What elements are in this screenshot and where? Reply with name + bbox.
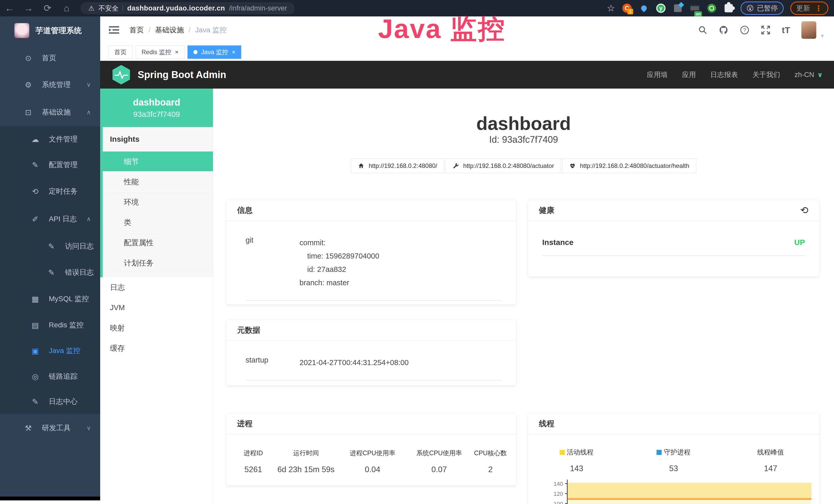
help-icon[interactable]: ? — [740, 25, 749, 35]
tab-home[interactable]: 首页 — [108, 45, 133, 59]
search-icon[interactable] — [698, 25, 707, 35]
health-url-link[interactable]: http://192.168.0.2:48080/actuator/health — [562, 158, 696, 173]
pid-value: 5261 — [233, 465, 274, 474]
close-icon[interactable]: × — [232, 48, 235, 56]
text-size-icon[interactable]: tT — [782, 25, 790, 35]
hamburger-icon[interactable] — [109, 26, 119, 35]
service-url-link[interactable]: http://192.168.0.2:48080/ — [351, 158, 444, 173]
actuator-url-link[interactable]: http://192.168.0.2:48080/actuator — [445, 158, 561, 173]
sba-item-caches[interactable]: 缓存 — [100, 338, 213, 359]
sidebar-item-mysql-monitor[interactable]: ▦ MySQL 监控 — [0, 285, 100, 312]
sba-instance-header[interactable]: dashboard 93a3fc7f7409 — [100, 89, 213, 127]
sba-item-logs[interactable]: 日志 — [100, 277, 213, 298]
extension-grid-icon[interactable] — [673, 3, 683, 13]
browser-forward-icon[interactable]: → — [19, 3, 38, 14]
instance-health-row[interactable]: Instance UP — [542, 238, 805, 256]
endpoint-links: http://192.168.0.2:48080/ http://192.168… — [213, 158, 834, 173]
git-info-row: git commit: time: 1596289704000 id: 27aa… — [245, 236, 502, 301]
heartbeat-icon — [569, 162, 576, 169]
cloud-upload-icon: ☁ — [29, 135, 42, 144]
sba-item-classes[interactable]: 类 — [103, 212, 213, 233]
sidebar-item-redis-monitor[interactable]: ▤ Redis 监控 — [0, 312, 100, 338]
extension-y-icon[interactable]: y — [656, 3, 666, 13]
toolbox-icon: ⚒ — [22, 423, 35, 433]
sidebar-item-config-mgmt[interactable]: ✎ 配置管理 — [0, 152, 100, 178]
col-system-cpu: 系统CPU使用率 — [407, 449, 471, 457]
sba-item-scheduled-tasks[interactable]: 计划任务 — [103, 253, 213, 273]
address-bar[interactable]: ⚠ 不安全 dashboard.yudao.iocoder.cn /infra/… — [81, 2, 294, 14]
sba-nav-applications[interactable]: 应用 — [682, 70, 696, 79]
sidebar-item-scheduled-jobs[interactable]: ⟲ 定时任务 — [0, 178, 100, 205]
header-actions: ? tT ▾ — [698, 21, 834, 39]
tab-redis-monitor[interactable]: Redis 监控 × — [136, 45, 184, 59]
sidebar-item-error-log[interactable]: ✎ 错误日志 — [0, 259, 100, 285]
avatar-caret-icon[interactable]: ▾ — [821, 32, 824, 39]
sidebar-item-system[interactable]: ⚙ 系统管理 ∨ — [0, 71, 100, 98]
avatar[interactable] — [802, 21, 816, 39]
sba-nav-journal[interactable]: 日志报表 — [710, 70, 738, 79]
update-button[interactable]: 更新 ⋮ — [790, 2, 828, 15]
log-icon: ✎ — [29, 397, 42, 406]
sidebar-item-dev-tools[interactable]: ⚒ 研发工具 ∨ — [0, 414, 100, 442]
sba-nav-about[interactable]: 关于我们 — [752, 70, 780, 79]
status-badge: UP — [794, 238, 805, 247]
sba-item-mappings[interactable]: 映射 — [100, 318, 213, 338]
yellow-legend-swatch — [560, 450, 565, 455]
sba-insights-section: Insights 细节 性能 环境 类 配置属性 计划任务 — [100, 127, 213, 277]
extension-list-on-icon[interactable]: on — [690, 3, 700, 13]
url-host: dashboard.yudao.iocoder.cn — [127, 4, 225, 12]
breadcrumb-infra[interactable]: 基础设施 — [155, 25, 184, 35]
sidebar-item-access-log[interactable]: ✎ 访问日志 — [0, 233, 100, 259]
paused-chip[interactable]: 😲 已暂停 — [741, 2, 784, 15]
sidebar-item-home[interactable]: ⊙ 首页 — [0, 45, 100, 71]
sidebar-item-tracing[interactable]: ◎ 链路追踪 — [0, 364, 100, 389]
locale-select[interactable]: zh-CN ∨ — [794, 71, 823, 79]
browser-home-icon[interactable]: ⌂ — [57, 3, 76, 14]
java-monitor-icon: ▣ — [29, 346, 42, 356]
extension-pin-icon[interactable] — [639, 3, 649, 13]
live-threads-area — [568, 483, 811, 498]
info-card: 信息 git commit: time: 1596289704000 id: 2… — [226, 200, 516, 305]
breadcrumb: 首页 / 基础设施 / Java 监控 — [129, 25, 227, 35]
extension-puzzle-icon[interactable] — [724, 3, 734, 13]
svg-text:?: ? — [743, 27, 746, 33]
extension-magnifier-icon[interactable] — [707, 3, 717, 13]
fullscreen-icon[interactable] — [761, 25, 771, 35]
browser-menu-icon[interactable]: ⋮ — [815, 4, 822, 13]
sidebar-item-infra[interactable]: ⊡ 基础设施 ∧ — [0, 98, 100, 126]
log-icon: ✎ — [45, 242, 58, 251]
breadcrumb-home[interactable]: 首页 — [129, 25, 144, 35]
col-pid: 进程ID — [233, 449, 274, 457]
history-icon[interactable]: ⟲ — [800, 205, 808, 216]
tab-java-monitor[interactable]: Java 监控 × — [188, 45, 241, 59]
git-key: git — [245, 236, 300, 289]
sba-item-details[interactable]: 细节 — [103, 152, 213, 172]
browser-reload-icon[interactable]: ⟳ — [38, 3, 57, 14]
infra-submenu: ☁ 文件管理 ✎ 配置管理 ⟲ 定时任务 ✐ API 日志 ∧ ✎ 访问日志 ✎ — [0, 126, 100, 414]
chevron-up-icon: ∧ — [86, 109, 91, 116]
sidebar-item-api-log[interactable]: ✐ API 日志 ∧ — [0, 205, 100, 233]
sba-brand[interactable]: Spring Boot Admin — [111, 65, 226, 85]
sba-item-config-props[interactable]: 配置属性 — [103, 233, 213, 253]
sba-item-metrics[interactable]: 性能 — [103, 172, 213, 192]
extension-colorzilla-icon[interactable]: C 1 — [622, 3, 632, 13]
sba-nav-wallboard[interactable]: 应用墙 — [647, 70, 667, 79]
sba-item-jvm[interactable]: JVM — [100, 298, 213, 318]
security-warning-icon: ⚠ — [88, 4, 94, 12]
health-card: 健康 ⟲ Instance UP — [528, 200, 819, 276]
close-icon[interactable]: × — [175, 48, 178, 56]
github-icon[interactable] — [719, 25, 728, 35]
threads-area-chart: 140 120 100 — [546, 480, 811, 504]
sba-main-content: dashboard Id: 93a3fc7f7409 http://192.16… — [213, 89, 834, 504]
sidebar-item-log-center[interactable]: ✎ 日志中心 — [0, 389, 100, 414]
browser-back-icon[interactable]: ← — [0, 3, 19, 14]
cpus-value: 2 — [471, 465, 510, 474]
sba-logo-icon — [111, 65, 131, 85]
sidebar-item-file-mgmt[interactable]: ☁ 文件管理 — [0, 126, 100, 152]
sba-item-environment[interactable]: 环境 — [103, 192, 213, 212]
bookmark-star-icon[interactable]: ☆ — [607, 3, 615, 14]
sidebar-item-java-monitor[interactable]: ▣ Java 监控 — [0, 338, 100, 364]
threads-card-title: 线程 — [528, 413, 819, 434]
startup-key: startup — [245, 356, 300, 369]
security-label[interactable]: 不安全 — [98, 4, 118, 13]
